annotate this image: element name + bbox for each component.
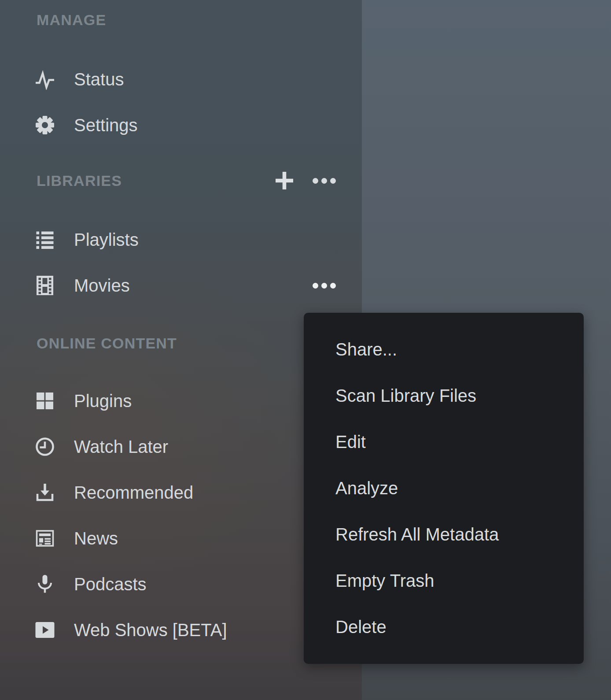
film-icon — [34, 275, 55, 296]
sidebar-item-label: Web Shows [BETA] — [74, 620, 227, 640]
section-header-manage: MANAGE — [37, 10, 106, 30]
sidebar-item-label: Movies — [74, 276, 130, 296]
plus-icon[interactable] — [275, 171, 294, 190]
ellipsis-icon[interactable] — [313, 282, 336, 288]
microphone-icon — [34, 574, 55, 595]
sidebar-item-settings[interactable]: Settings — [0, 102, 362, 148]
plex-sidebar-screen: MANAGE Status — [0, 0, 611, 700]
sidebar-item-playlists[interactable]: Playlists — [0, 217, 362, 263]
menu-item-refresh-all-metadata[interactable]: Refresh All Metadata — [304, 511, 584, 558]
gear-icon — [34, 115, 55, 136]
sidebar-item-label: Recommended — [74, 483, 193, 503]
clock-icon — [34, 436, 55, 457]
menu-item-edit[interactable]: Edit — [304, 419, 584, 465]
news-icon — [34, 528, 55, 549]
sidebar-item-status[interactable]: Status — [0, 56, 362, 102]
menu-item-empty-trash[interactable]: Empty Trash — [304, 558, 584, 604]
library-context-menu: Share... Scan Library Files Edit Analyze… — [304, 313, 584, 664]
sidebar-item-label: Playlists — [74, 230, 139, 250]
playlist-icon — [34, 229, 55, 250]
sidebar-item-label: Plugins — [74, 391, 132, 411]
download-icon — [34, 482, 55, 503]
menu-item-scan-library-files[interactable]: Scan Library Files — [304, 373, 584, 419]
sidebar-item-label: Status — [74, 70, 124, 89]
menu-item-analyze[interactable]: Analyze — [304, 465, 584, 511]
sidebar-item-movies[interactable]: Movies — [0, 263, 362, 308]
sidebar-item-label: Watch Later — [74, 437, 168, 457]
sidebar-item-label: Settings — [74, 115, 138, 135]
menu-item-share[interactable]: Share... — [304, 326, 584, 373]
sidebar-item-label: Podcasts — [74, 574, 147, 594]
section-header-online-content: ONLINE CONTENT — [37, 333, 177, 353]
section-header-libraries: LIBRARIES — [37, 171, 122, 190]
activity-icon — [34, 69, 55, 90]
sidebar-item-label: News — [74, 529, 118, 548]
menu-item-delete[interactable]: Delete — [304, 604, 584, 650]
play-square-icon — [34, 619, 55, 641]
grid-icon — [34, 390, 55, 411]
ellipsis-icon[interactable] — [313, 178, 336, 183]
